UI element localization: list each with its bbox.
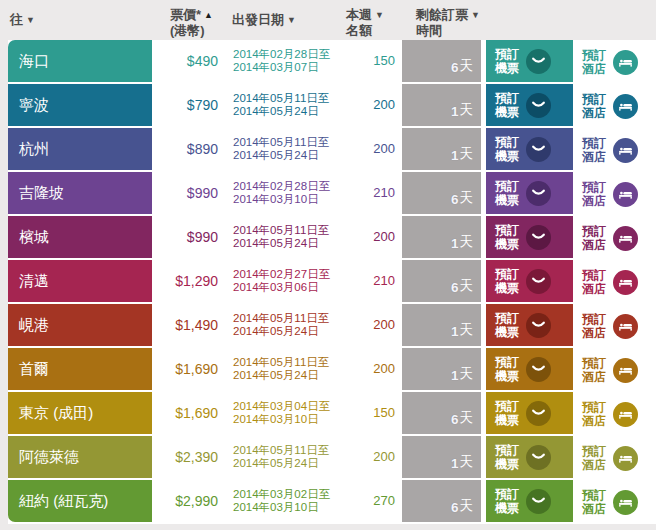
brushwing-icon bbox=[526, 313, 551, 338]
brushwing-icon bbox=[526, 181, 551, 206]
destination-cell: 寧波 bbox=[8, 84, 152, 126]
date-from: 2014年02月28日至 bbox=[233, 180, 342, 194]
date-from: 2014年05月11日至 bbox=[233, 136, 342, 150]
bed-icon bbox=[613, 226, 638, 251]
book-hotel-button[interactable]: 預訂 酒店 bbox=[578, 128, 656, 172]
sort-desc-icon: ▼ bbox=[284, 15, 296, 25]
date-from: 2014年05月11日至 bbox=[233, 312, 342, 326]
book-hotel-button[interactable]: 預訂 酒店 bbox=[578, 480, 656, 524]
book-hotel-button[interactable]: 預訂 酒店 bbox=[578, 216, 656, 260]
header-destination[interactable]: 往▼ bbox=[10, 12, 35, 28]
days-remaining-value: 6 bbox=[451, 412, 460, 427]
fare-table-row: 寧波 $790 2014年05月11日至 2014年05月24日 200 1天 … bbox=[8, 84, 656, 128]
brushwing-icon bbox=[526, 357, 551, 382]
days-remaining-value: 1 bbox=[451, 324, 460, 339]
date-to: 2014年05月24日 bbox=[233, 457, 342, 471]
days-unit: 天 bbox=[460, 57, 474, 75]
fare-cell: $1,490 bbox=[152, 304, 224, 346]
book-flight-button[interactable]: 預訂 機票 bbox=[486, 260, 573, 302]
destination-cell: 杭州 bbox=[8, 128, 152, 170]
bed-icon bbox=[613, 490, 638, 515]
book-flight-label: 預訂 機票 bbox=[495, 443, 519, 471]
book-hotel-button[interactable]: 預訂 酒店 bbox=[578, 436, 656, 480]
fare-table-row: 首爾 $1,690 2014年05月11日至 2014年05月24日 200 1… bbox=[8, 348, 656, 392]
days-unit: 天 bbox=[460, 277, 474, 295]
fare-table: 海口 $490 2014年02月28日至 2014年03月07日 150 6天 … bbox=[0, 40, 656, 524]
bed-icon bbox=[613, 402, 638, 427]
book-flight-button[interactable]: 預訂 機票 bbox=[486, 172, 573, 214]
departure-dates-cell: 2014年05月11日至 2014年05月24日 bbox=[224, 216, 342, 258]
book-flight-label: 預訂 機票 bbox=[495, 267, 519, 295]
book-flight-button[interactable]: 預訂 機票 bbox=[486, 84, 573, 126]
days-unit: 天 bbox=[460, 497, 474, 515]
book-hotel-button[interactable]: 預訂 酒店 bbox=[578, 84, 656, 128]
days-unit: 天 bbox=[460, 189, 474, 207]
bed-icon bbox=[613, 446, 638, 471]
brushwing-icon bbox=[526, 137, 551, 162]
destination-cell: 檳城 bbox=[8, 216, 152, 258]
brushwing-icon bbox=[526, 269, 551, 294]
destination-cell: 東京 (成田) bbox=[8, 392, 152, 434]
bed-icon bbox=[613, 358, 638, 383]
departure-dates-cell: 2014年02月28日至 2014年03月10日 bbox=[224, 172, 342, 214]
book-flight-button[interactable]: 預訂 機票 bbox=[486, 392, 573, 434]
book-hotel-label: 預訂 酒店 bbox=[582, 136, 606, 164]
weekly-quota-cell: 150 bbox=[342, 40, 398, 82]
weekly-quota-cell: 150 bbox=[342, 392, 398, 434]
book-flight-button[interactable]: 預訂 機票 bbox=[486, 348, 573, 390]
fare-table-row: 阿德萊德 $2,390 2014年05月11日至 2014年05月24日 200… bbox=[8, 436, 656, 480]
book-flight-label: 預訂 機票 bbox=[495, 47, 519, 75]
days-remaining-value: 1 bbox=[451, 456, 460, 471]
bed-icon bbox=[613, 314, 638, 339]
date-from: 2014年02月28日至 bbox=[233, 48, 342, 62]
book-hotel-button[interactable]: 預訂 酒店 bbox=[578, 172, 656, 216]
fare-table-row: 吉隆坡 $990 2014年02月28日至 2014年03月10日 210 6天… bbox=[8, 172, 656, 216]
book-flight-button[interactable]: 預訂 機票 bbox=[486, 216, 573, 258]
time-remaining-cell: 6天 bbox=[402, 40, 481, 82]
book-hotel-button[interactable]: 預訂 酒店 bbox=[578, 260, 656, 304]
book-hotel-button[interactable]: 預訂 酒店 bbox=[578, 40, 656, 84]
fare-table-row: 清邁 $1,290 2014年02月27日至 2014年03月06日 210 6… bbox=[8, 260, 656, 304]
fare-cell: $490 bbox=[152, 40, 224, 82]
sort-asc-icon: ▲ bbox=[201, 10, 213, 20]
days-remaining-value: 6 bbox=[451, 280, 460, 295]
fare-cell: $1,690 bbox=[152, 392, 224, 434]
destination-cell: 吉隆坡 bbox=[8, 172, 152, 214]
book-flight-button[interactable]: 預訂 機票 bbox=[486, 128, 573, 170]
header-fare-label: 票價* bbox=[170, 7, 201, 22]
book-hotel-label: 預訂 酒店 bbox=[582, 312, 606, 340]
book-hotel-button[interactable]: 預訂 酒店 bbox=[578, 348, 656, 392]
days-remaining-value: 1 bbox=[451, 148, 460, 163]
date-to: 2014年05月24日 bbox=[233, 369, 342, 383]
sort-desc-icon: ▼ bbox=[23, 15, 35, 25]
date-to: 2014年03月10日 bbox=[233, 501, 342, 515]
header-fare[interactable]: 票價*▲ (港幣) bbox=[170, 7, 213, 38]
date-to: 2014年05月24日 bbox=[233, 149, 342, 163]
date-to: 2014年05月24日 bbox=[233, 325, 342, 339]
book-hotel-button[interactable]: 預訂 酒店 bbox=[578, 304, 656, 348]
days-unit: 天 bbox=[460, 365, 474, 383]
header-departure-dates[interactable]: 出發日期▼ bbox=[232, 12, 296, 28]
bed-icon bbox=[613, 94, 638, 119]
book-flight-button[interactable]: 預訂 機票 bbox=[486, 436, 573, 478]
book-flight-button[interactable]: 預訂 機票 bbox=[486, 304, 573, 346]
book-hotel-label: 預訂 酒店 bbox=[582, 400, 606, 428]
table-header: 往▼ 票價*▲ (港幣) 出發日期▼ 本週▼ 名額 剩餘訂票▼ 時間 bbox=[0, 0, 656, 40]
book-flight-button[interactable]: 預訂 機票 bbox=[486, 40, 573, 82]
time-remaining-cell: 1天 bbox=[402, 436, 481, 478]
header-time-remaining[interactable]: 剩餘訂票▼ 時間 bbox=[416, 7, 480, 38]
book-hotel-label: 預訂 酒店 bbox=[582, 48, 606, 76]
date-from: 2014年03月04日至 bbox=[233, 400, 342, 414]
days-unit: 天 bbox=[460, 453, 474, 471]
book-flight-label: 預訂 機票 bbox=[495, 399, 519, 427]
departure-dates-cell: 2014年02月28日至 2014年03月07日 bbox=[224, 40, 342, 82]
weekly-quota-cell: 200 bbox=[342, 436, 398, 478]
fare-cell: $990 bbox=[152, 172, 224, 214]
date-to: 2014年03月06日 bbox=[233, 281, 342, 295]
destination-cell: 清邁 bbox=[8, 260, 152, 302]
book-hotel-button[interactable]: 預訂 酒店 bbox=[578, 392, 656, 436]
book-flight-button[interactable]: 預訂 機票 bbox=[486, 480, 573, 522]
date-from: 2014年05月11日至 bbox=[233, 224, 342, 238]
header-weekly-quota[interactable]: 本週▼ 名額 bbox=[346, 7, 384, 38]
departure-dates-cell: 2014年05月11日至 2014年05月24日 bbox=[224, 348, 342, 390]
